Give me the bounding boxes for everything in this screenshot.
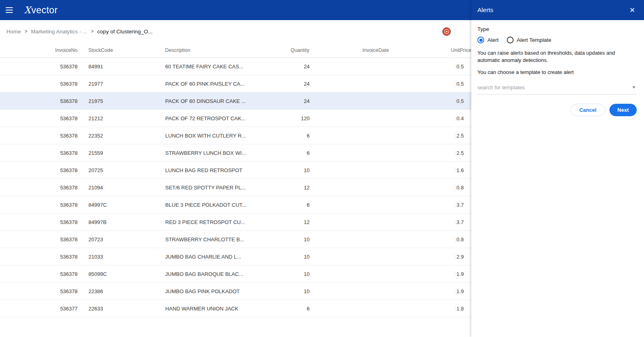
close-icon[interactable]: ✕	[630, 7, 635, 14]
cell-stockcode: 21559	[89, 150, 149, 156]
cell-quantity: 6	[281, 133, 310, 139]
cell-stockcode: 22352	[89, 133, 149, 139]
cell-unitprice: 0.5	[455, 81, 471, 87]
alerts-panel-header: Alerts ✕	[471, 0, 644, 20]
cell-stockcode: 21094	[89, 185, 149, 191]
cell-quantity: 24	[281, 64, 310, 70]
cell-quantity: 6	[281, 306, 310, 312]
cell-unitprice: 0.8	[455, 236, 471, 242]
breadcrumb-separator: >	[91, 29, 94, 34]
logo-x: X	[24, 5, 31, 15]
radio-alert[interactable]	[477, 37, 484, 43]
table-row[interactable]: 536378 85099C JUMBO BAG BAROQUE BLAC... …	[0, 265, 471, 283]
cell-description: 60 TEATIME FAIRY CAKE CAS...	[165, 64, 282, 70]
table-row[interactable]: 536378 22352 LUNCH BOX WITH CUTLERY R...…	[0, 127, 471, 144]
alerts-panel-body: Type Alert Alert Template You can raise …	[471, 20, 644, 116]
cell-stockcode: 84997B	[89, 219, 149, 225]
cell-quantity: 120	[281, 115, 310, 121]
cell-unitprice: 3.7	[455, 202, 471, 208]
breadcrumb-actions	[442, 20, 455, 43]
cell-unitprice: 0.5	[455, 64, 471, 70]
next-button[interactable]: Next	[609, 104, 637, 116]
logo-text: vector	[31, 5, 58, 15]
cell-description: STRAWBERRY CHARLOTTE B...	[165, 236, 282, 242]
cell-stockcode: 21033	[89, 254, 149, 260]
cell-unitprice: 3.7	[455, 219, 471, 225]
chevron-down-icon	[632, 86, 636, 88]
cell-invoiceno: 536378	[0, 288, 78, 294]
radio-alert-template-label[interactable]: Alert Template	[517, 37, 551, 43]
cell-quantity: 12	[281, 185, 310, 191]
cell-invoiceno: 536378	[0, 167, 78, 173]
alerts-panel: Alerts ✕ Type Alert Alert Template You c…	[471, 0, 644, 337]
table-row[interactable]: 536378 21559 STRAWBERRY LUNCH BOX WI... …	[0, 144, 471, 162]
panel-title: Alerts	[477, 6, 493, 14]
template-search-input[interactable]	[477, 84, 637, 90]
cell-quantity: 24	[281, 98, 310, 104]
cell-unitprice: 1.9	[455, 288, 471, 294]
cell-unitprice: 1.9	[455, 271, 471, 277]
table-row[interactable]: 536378 22386 JUMBO BAG PINK POLKADOT 10 …	[0, 283, 471, 300]
table-row[interactable]: 536377 22633 HAND WARMER UNION JACK 6 1.…	[0, 300, 471, 317]
table-row[interactable]: 536378 21033 JUMBO BAG CHARLIE AND L... …	[0, 248, 471, 265]
cell-quantity: 6	[281, 150, 310, 156]
radio-alert-template[interactable]	[507, 37, 514, 43]
breadcrumb-current: copy of Clustering_O...	[97, 29, 153, 35]
column-header-invoicedate[interactable]: InvoiceDate	[362, 47, 414, 53]
breadcrumb-project[interactable]: Marketing Analytics - ...	[31, 29, 87, 35]
cell-invoiceno: 536378	[0, 254, 78, 260]
cell-invoiceno: 536378	[0, 202, 78, 208]
cell-unitprice: 2.5	[455, 150, 471, 156]
column-header-unitprice[interactable]: UnitPrice	[450, 47, 471, 53]
radio-alert-label[interactable]: Alert	[487, 37, 499, 43]
column-header-stockcode[interactable]: StockCode	[89, 47, 149, 53]
table-row[interactable]: 536378 21094 SET/6 RED SPOTTY PAPER PL..…	[0, 179, 471, 196]
data-table: InvoiceNo StockCode Description Quantity…	[0, 43, 471, 317]
cell-description: PACK OF 60 PINK PAISLEY CA...	[165, 81, 282, 87]
cancel-button[interactable]: Cancel	[570, 104, 605, 116]
cell-invoiceno: 536378	[0, 81, 78, 87]
cell-description: BLUE 3 PIECE POLKADOT CUT...	[165, 202, 282, 208]
column-header-quantity[interactable]: Quantity	[281, 47, 310, 53]
cell-quantity: 10	[281, 288, 310, 294]
table-body: 536378 84991 60 TEATIME FAIRY CAKE CAS..…	[0, 58, 471, 317]
panel-actions: Cancel Next	[477, 104, 637, 116]
cell-invoiceno: 536378	[0, 219, 78, 225]
cell-invoiceno: 536378	[0, 271, 78, 277]
breadcrumb-home[interactable]: Home	[6, 29, 21, 35]
column-header-description[interactable]: Description	[165, 47, 281, 53]
cell-unitprice: 1.6	[455, 167, 471, 173]
alert-type-radio-group: Alert Alert Template	[477, 37, 637, 43]
profile-avatar-icon[interactable]	[442, 27, 451, 36]
cell-quantity: 10	[281, 236, 310, 242]
cell-unitprice: 2.5	[455, 133, 471, 139]
alerts-description: You can raise alerts based on thresholds…	[477, 49, 637, 64]
column-header-invoiceno[interactable]: InvoiceNo	[0, 47, 78, 53]
cell-description: JUMBO BAG BAROQUE BLAC...	[165, 271, 282, 277]
app-logo: Xvector	[24, 5, 58, 16]
cell-quantity: 10	[281, 254, 310, 260]
cell-stockcode: 20723	[89, 236, 149, 242]
cell-description: JUMBO BAG PINK POLKADOT	[165, 288, 282, 294]
cell-quantity: 12	[281, 219, 310, 225]
table-row[interactable]: 536378 21975 PACK OF 60 DINOSAUR CAKE ..…	[0, 92, 471, 110]
table-row[interactable]: 536378 21212 PACK OF 72 RETROSPOT CAK...…	[0, 110, 471, 127]
cell-stockcode: 84997C	[89, 202, 149, 208]
menu-icon[interactable]	[0, 0, 19, 20]
cell-quantity: 6	[281, 202, 310, 208]
table-row[interactable]: 536378 84997C BLUE 3 PIECE POLKADOT CUT.…	[0, 196, 471, 214]
table-row[interactable]: 536378 21977 PACK OF 60 PINK PAISLEY CA.…	[0, 75, 471, 92]
cell-stockcode: 20725	[89, 167, 149, 173]
cell-invoiceno: 536378	[0, 236, 78, 242]
cell-invoiceno: 536377	[0, 306, 78, 312]
cell-invoiceno: 536378	[0, 98, 78, 104]
cell-quantity: 10	[281, 167, 310, 173]
table-row[interactable]: 536378 20725 LUNCH BAG RED RETROSPOT 10 …	[0, 162, 471, 179]
table-row[interactable]: 536378 20723 STRAWBERRY CHARLOTTE B... 1…	[0, 231, 471, 248]
cell-invoiceno: 536378	[0, 115, 78, 121]
cell-stockcode: 84991	[89, 64, 149, 70]
table-row[interactable]: 536378 84991 60 TEATIME FAIRY CAKE CAS..…	[0, 58, 471, 75]
cell-unitprice: 2.9	[455, 254, 471, 260]
template-select[interactable]	[477, 84, 637, 95]
table-row[interactable]: 536378 84997B RED 3 PIECE RETROSPOT CU..…	[0, 214, 471, 231]
